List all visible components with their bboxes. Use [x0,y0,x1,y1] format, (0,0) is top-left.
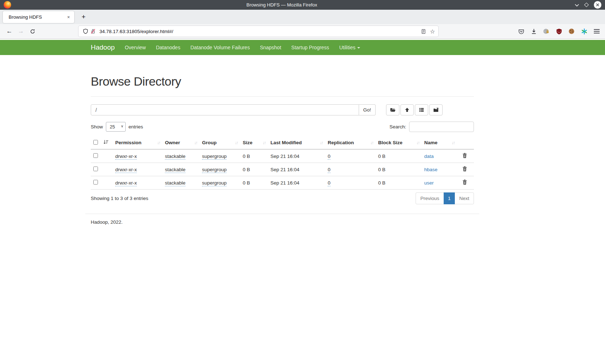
back-button[interactable]: ← [4,26,15,37]
window-controls [575,0,601,10]
permission-value[interactable]: drwxr-xr-x [115,180,137,186]
trash-icon [462,179,467,185]
delete-button[interactable] [460,179,467,185]
folder-open-button[interactable] [386,104,399,115]
new-tab-button[interactable]: + [78,12,89,22]
nav-item-utilities[interactable]: Utilities [334,40,365,55]
row-checkbox[interactable] [93,180,98,185]
delete-button[interactable] [460,166,467,172]
permission-value[interactable]: drwxr-xr-x [115,154,137,160]
header-size[interactable]: Size↓↑ [243,137,270,149]
replication-value[interactable]: 0 [328,180,331,186]
header-label: Permission [115,140,142,145]
sort-arrows-icon[interactable]: ↓↑ [235,140,238,145]
directory-link[interactable]: user [424,180,434,186]
close-window-icon[interactable] [594,1,601,9]
create-directory-button[interactable] [429,104,443,115]
permission-value[interactable]: drwxr-xr-x [115,167,137,173]
select-all-checkbox[interactable] [93,140,98,145]
tab-bar: Browsing HDFS × + [0,10,605,24]
maximize-icon[interactable] [584,3,589,7]
sort-arrows-icon[interactable]: ↓↑ [370,140,373,145]
directory-path-input[interactable] [91,104,359,115]
sort-arrows-icon[interactable]: ↓↑ [194,140,197,145]
ublock-origin-icon[interactable] [556,28,562,35]
cell-size: 0 B [243,149,270,163]
header-label: Name [424,140,438,145]
replication-value[interactable]: 0 [328,167,331,173]
header-owner[interactable]: Owner↓↑ [165,137,202,149]
header-label: Group [202,140,217,145]
header-sort-state[interactable] [103,137,115,149]
menu-hamburger-icon[interactable] [593,28,600,35]
owner-value[interactable]: stackable [165,180,185,186]
replication-value[interactable]: 0 [328,154,331,160]
cell-name: hbase [424,163,460,176]
cookie-extension-icon[interactable] [568,28,575,35]
page-size-select[interactable]: 25 [106,122,126,132]
reload-button[interactable] [27,26,38,37]
go-button[interactable]: Go! [359,104,376,115]
operations-list-button[interactable] [415,104,428,115]
row-checkbox[interactable] [93,167,98,171]
url-bar[interactable]: 34.78.17.63:31805/explorer.html#/ ☆ [79,26,438,37]
insecure-lock-icon[interactable] [90,28,96,34]
cell-block-size: 0 B [378,163,424,176]
shield-icon[interactable] [83,28,88,34]
sort-arrows-icon[interactable]: ↓↑ [157,140,160,145]
cell-block-size: 0 B [378,149,424,163]
nav-item-datanode-volume-failures[interactable]: Datanode Volume Failures [185,40,255,55]
downloads-icon[interactable] [530,28,537,35]
current-page-button[interactable]: 1 [444,192,455,204]
sort-arrows-icon[interactable]: ↓↑ [452,140,454,145]
group-value[interactable]: supergroup [202,180,227,186]
cell-size: 0 B [243,176,270,190]
minimize-icon[interactable] [575,2,579,8]
header-label: Replication [328,140,354,145]
group-value[interactable]: supergroup [202,154,227,160]
asterisk-extension-icon[interactable] [581,28,587,35]
table-footer: Showing 1 to 3 of 3 entries Previous 1 N… [91,192,474,204]
extension-globe-lock-icon[interactable] [543,28,550,35]
pocket-save-icon[interactable] [518,28,524,35]
delete-button[interactable] [460,153,467,158]
cell-replication: 0 [328,163,378,176]
header-block-size[interactable]: Block Size↓↑ [378,137,424,149]
cell-permission: drwxr-xr-x [115,176,165,190]
nav-item-startup-progress[interactable]: Startup Progress [286,40,334,55]
cell-last-modified: Sep 21 16:04 [270,176,328,190]
owner-value[interactable]: stackable [165,154,185,160]
url-text[interactable]: 34.78.17.63:31805/explorer.html#/ [99,29,420,34]
owner-value[interactable]: stackable [165,167,185,173]
show-label: Show [91,124,103,129]
previous-page-button[interactable]: Previous [416,192,444,204]
directory-link[interactable]: data [424,154,434,159]
row-checkbox[interactable] [93,153,98,158]
group-value[interactable]: supergroup [202,167,227,173]
nav-item-snapshot[interactable]: Snapshot [255,40,286,55]
tab-browsing-hdfs[interactable]: Browsing HDFS × [3,11,74,23]
table-row: drwxr-xr-x stackable supergroup 0 B Sep … [91,149,474,163]
header-replication[interactable]: Replication↓↑ [328,137,378,149]
search-input[interactable] [409,122,474,132]
sort-arrows-icon[interactable]: ↓↑ [263,140,265,145]
sort-arrows-icon[interactable]: ↓↑ [320,140,323,145]
cell-sort-spacer [103,176,115,190]
bookmark-star-icon[interactable]: ☆ [430,28,435,35]
header-last-modified[interactable]: Last Modified↓↑ [270,137,328,149]
navbar-brand[interactable]: Hadoop [91,44,115,51]
header-name[interactable]: Name↓↑ [424,137,460,149]
chevron-down-icon [357,47,360,49]
header-permission[interactable]: Permission↓↑ [115,137,165,149]
nav-item-overview[interactable]: Overview [120,40,151,55]
hadoop-navbar: Hadoop Overview Datanodes Datanode Volum… [0,40,605,55]
tab-close-icon[interactable]: × [66,14,71,20]
reader-mode-icon[interactable] [421,29,426,34]
directory-link[interactable]: hbase [424,167,438,172]
sort-arrows-icon[interactable]: ↓↑ [416,140,419,145]
next-page-button[interactable]: Next [455,192,474,204]
upload-files-button[interactable] [400,104,414,115]
cell-owner: stackable [165,176,202,190]
nav-item-datanodes[interactable]: Datanodes [151,40,185,55]
header-group[interactable]: Group↓↑ [202,137,243,149]
